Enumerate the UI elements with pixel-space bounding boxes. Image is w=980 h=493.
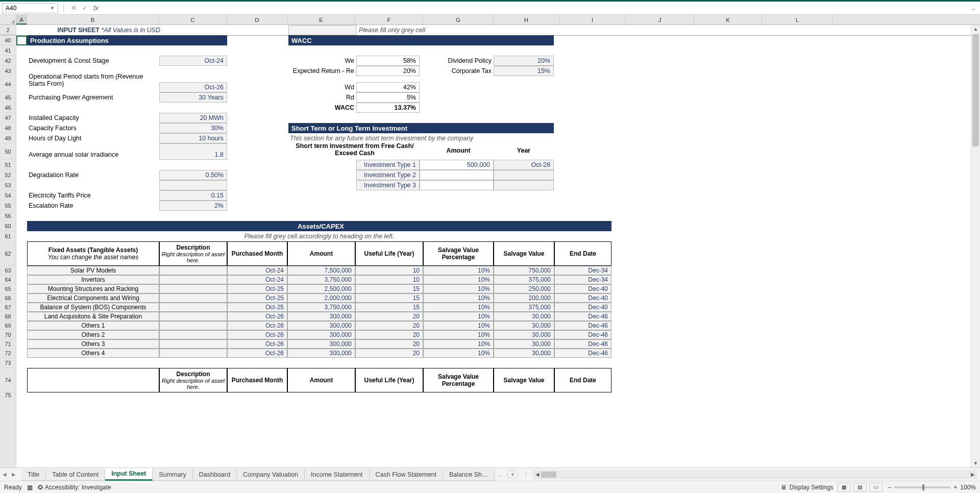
- table-cell[interactable]: 300,000: [287, 339, 355, 349]
- row-header[interactable]: 74: [0, 368, 16, 392]
- scroll-down-icon[interactable]: ▼: [971, 459, 980, 467]
- tab-toc[interactable]: Table of Content: [46, 469, 105, 481]
- row-header[interactable]: 60: [0, 221, 16, 231]
- table-cell[interactable]: 375,000: [494, 303, 554, 312]
- table-cell[interactable]: Solar PV Models: [27, 266, 159, 275]
- val-wacc[interactable]: 13.37%: [356, 103, 420, 113]
- st-type1[interactable]: Investment Type 1: [356, 160, 420, 170]
- row-header[interactable]: 67: [0, 303, 16, 312]
- table-cell[interactable]: [159, 321, 227, 330]
- table-cell[interactable]: 10: [355, 266, 423, 275]
- table-cell[interactable]: Invertors: [27, 275, 159, 284]
- val-rd[interactable]: 5%: [356, 92, 420, 103]
- row-header[interactable]: 68: [0, 312, 16, 321]
- active-cell-A40[interactable]: [16, 36, 27, 45]
- display-settings-icon[interactable]: 🖥: [780, 484, 787, 491]
- inp-cap[interactable]: 20 MWh: [159, 113, 227, 123]
- col-header-E[interactable]: E: [287, 15, 355, 24]
- new-sheet-button[interactable]: +: [507, 470, 518, 479]
- inp-cf[interactable]: 30%: [159, 123, 227, 133]
- row-header[interactable]: 61: [0, 231, 16, 241]
- view-normal[interactable]: ▦: [838, 483, 851, 492]
- zoom-out-button[interactable]: −: [888, 484, 891, 491]
- row-header[interactable]: 45: [0, 92, 16, 103]
- row-header[interactable]: 41: [0, 45, 16, 56]
- val-div[interactable]: 20%: [494, 56, 554, 66]
- name-box[interactable]: A40 ▼: [2, 3, 58, 13]
- table-cell[interactable]: Others 2: [27, 330, 159, 339]
- table-cell[interactable]: 300,000: [287, 312, 355, 321]
- table-cell[interactable]: Dec-46: [554, 312, 611, 321]
- row-header[interactable]: 49: [0, 133, 16, 143]
- macro-icon[interactable]: ▦: [27, 484, 33, 491]
- table-cell[interactable]: Dec-40: [554, 303, 611, 312]
- table-cell[interactable]: 20: [355, 330, 423, 339]
- row-header[interactable]: 48: [0, 123, 16, 133]
- table-cell[interactable]: 30,000: [494, 330, 554, 339]
- tab-nav-next[interactable]: ▶: [9, 472, 18, 477]
- table-cell[interactable]: 10: [355, 275, 423, 284]
- table-cell[interactable]: 10%: [423, 339, 494, 349]
- cancel-icon[interactable]: ✕: [69, 4, 78, 12]
- hscroll-left-icon[interactable]: ◀: [534, 472, 541, 477]
- tab-cashflow[interactable]: Cash Flow Statement: [370, 469, 444, 481]
- table-cell[interactable]: Dec-46: [554, 330, 611, 339]
- row-header[interactable]: 46: [0, 103, 16, 113]
- inp-dev[interactable]: Oct-24: [159, 56, 227, 66]
- expand-formula-icon[interactable]: ⌄: [969, 5, 978, 12]
- tab-nav-prev[interactable]: ◀: [0, 472, 9, 477]
- table-cell[interactable]: 250,000: [494, 284, 554, 293]
- table-cell[interactable]: Others 4: [27, 349, 159, 358]
- col-header-A[interactable]: A: [16, 15, 27, 24]
- table-cell[interactable]: Dec-40: [554, 284, 611, 293]
- table-cell[interactable]: Dec-46: [554, 349, 611, 358]
- horizontal-scrollbar[interactable]: ◀ ▶: [533, 471, 977, 479]
- table-cell[interactable]: 10%: [423, 284, 494, 293]
- st-yr2[interactable]: [494, 170, 554, 180]
- st-amt1[interactable]: 500,000: [420, 160, 494, 170]
- table-cell[interactable]: Oct-24: [227, 266, 287, 275]
- fx-icon[interactable]: fx: [91, 4, 101, 12]
- table-cell[interactable]: Oct-26: [227, 321, 287, 330]
- col-header-K[interactable]: K: [694, 15, 762, 24]
- table-cell[interactable]: 30,000: [494, 321, 554, 330]
- table-cell[interactable]: Oct-24: [227, 275, 287, 284]
- val-tax[interactable]: 15%: [494, 66, 554, 76]
- table-cell[interactable]: 10%: [423, 349, 494, 358]
- hscroll-right-icon[interactable]: ▶: [969, 472, 976, 477]
- table-cell[interactable]: [159, 275, 227, 284]
- tab-balance[interactable]: Balance Sh…: [443, 469, 495, 481]
- col-header-F[interactable]: F: [355, 15, 423, 24]
- view-page-layout[interactable]: ▤: [853, 483, 867, 492]
- display-settings-label[interactable]: Display Settings: [790, 484, 834, 491]
- row-header[interactable]: 40: [0, 35, 16, 45]
- table-cell[interactable]: 750,000: [494, 266, 554, 275]
- table-cell[interactable]: Oct-25: [227, 293, 287, 303]
- table-cell[interactable]: 3,750,000: [287, 275, 355, 284]
- val-re[interactable]: 20%: [356, 66, 420, 76]
- st-type3[interactable]: Investment Type 3: [356, 180, 420, 190]
- row-header[interactable]: 50: [0, 143, 16, 160]
- table-cell[interactable]: 10%: [423, 293, 494, 303]
- table-cell[interactable]: 375,000: [494, 275, 554, 284]
- tab-income[interactable]: Income Statement: [305, 469, 369, 481]
- inp-hd[interactable]: 10 hours: [159, 133, 227, 143]
- row-header[interactable]: 47: [0, 113, 16, 123]
- col-header-C[interactable]: C: [159, 15, 227, 24]
- table-cell[interactable]: Oct-26: [227, 330, 287, 339]
- confirm-icon[interactable]: ✓: [80, 4, 89, 12]
- formula-bar-input[interactable]: [103, 3, 967, 13]
- table-cell[interactable]: 20: [355, 339, 423, 349]
- st-amt2[interactable]: [420, 170, 494, 180]
- inp-irr[interactable]: 1.8: [159, 143, 227, 160]
- table-cell[interactable]: 15: [355, 293, 423, 303]
- table-cell[interactable]: Dec-34: [554, 275, 611, 284]
- tab-input-sheet[interactable]: Input Sheet: [105, 468, 153, 481]
- row-header[interactable]: 75: [0, 392, 16, 398]
- accessibility-icon[interactable]: ✪: [38, 484, 43, 491]
- val-wd[interactable]: 42%: [356, 82, 420, 92]
- row-header[interactable]: 69: [0, 321, 16, 330]
- table-cell[interactable]: [159, 349, 227, 358]
- st-amt3[interactable]: [420, 180, 494, 190]
- table-cell[interactable]: 10%: [423, 321, 494, 330]
